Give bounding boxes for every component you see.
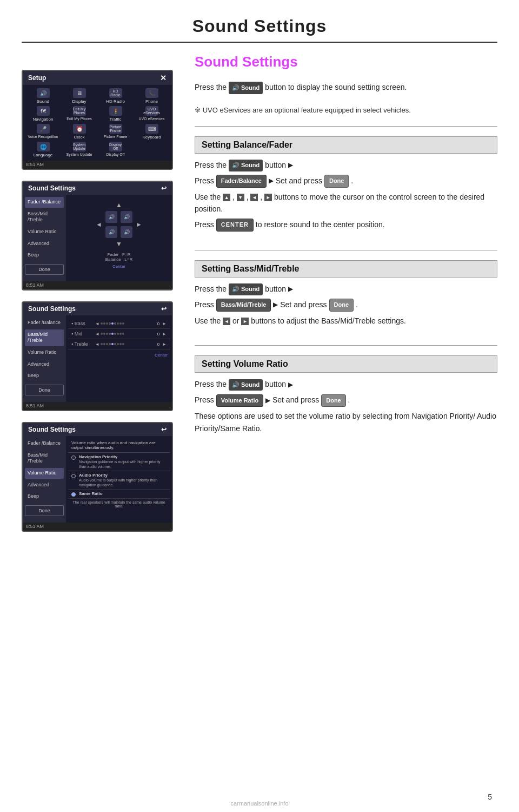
arrow-down-fader: ▼ (237, 194, 244, 201)
divider-3 (195, 345, 497, 346)
setup-icon-navigation[interactable]: 🗺 Navigation (26, 106, 60, 122)
divider-1 (195, 126, 497, 127)
screen-time-1: 8:51 AM (23, 161, 172, 169)
sidebar-volratio[interactable]: Volume Ratio (25, 227, 64, 237)
section-balance-fader: Setting Balance/Fader Press the 🔊 Sound … (195, 131, 497, 235)
sidebar-advanced[interactable]: Advanced (25, 239, 64, 249)
intro-text-1: Press the (195, 83, 227, 91)
screen-titlebar-bmt: Sound Settings ↩ (23, 302, 172, 315)
sidebar-fader-balance[interactable]: Fader /Balance (25, 197, 64, 208)
sidebar-bmt-screen: Fader /Balance Bass/Mid /Treble Volume R… (23, 315, 66, 402)
section-bmt: Setting Bass/Mid/Treble Press the 🔊 Soun… (195, 255, 497, 331)
setup-icon-keyboard[interactable]: ⌨ Keyboard (135, 124, 169, 140)
screen-body-bmt: Fader /Balance Bass/Mid /Treble Volume R… (23, 315, 172, 402)
sidebar-done[interactable]: Done (25, 264, 64, 275)
back-icon-bmt[interactable]: ↩ (161, 305, 167, 313)
setup-icon-empty (135, 142, 169, 157)
screen-body-vol: Fader /Balance Bass/Mid /Treble Volume R… (23, 436, 172, 523)
fader-balance-btn: Fader/Balance (216, 175, 267, 188)
intro-text-2: button to display the sound setting scre… (265, 83, 407, 91)
sidebar-beep-2[interactable]: Beep (25, 371, 64, 381)
subsection-header-bmt: Setting Bass/Mid/Treble (195, 260, 497, 278)
setup-icon-myplaces[interactable]: Edit My Places Edit My Places (62, 106, 96, 122)
setup-icon-displayoff[interactable]: Display Off Display Off (98, 142, 132, 157)
screen-time-4: 8:51 AM (23, 523, 172, 531)
screen-titlebar-fader: Sound Settings ↩ (23, 182, 172, 195)
subsection-header-fader: Setting Balance/Fader (195, 136, 497, 154)
fader-step3: Use the ▲ , ▼ , ◄ , ► buttons to move th… (195, 191, 497, 215)
close-icon[interactable]: ✕ (160, 74, 167, 82)
sidebar-beep[interactable]: Beep (25, 250, 64, 261)
page-header: Sound Settings (22, 0, 497, 43)
bmt-step2: Press Bass/Mid/Treble ▶ Set and press Do… (195, 299, 497, 312)
screen-titlebar-setup: Setup ✕ (23, 71, 172, 85)
section-main-title: Sound Settings (195, 54, 497, 70)
screen-titlebar-vol: Sound Settings ↩ (23, 423, 172, 436)
sidebar-fader-3[interactable]: Fader /Balance (25, 438, 64, 449)
fader-step4: Press CENTER to restore sound to the cen… (195, 219, 497, 232)
note-text: ※ UVO eServices are an optional feature … (195, 105, 497, 116)
arrow-vol-2: ▶ (265, 395, 270, 406)
sound-badge-bmt: 🔊 Sound (229, 283, 263, 295)
back-icon-fader[interactable]: ↩ (161, 184, 167, 192)
subsection-title-vol: Setting Volume Ratio (202, 359, 288, 368)
sidebar-fader: Fader /Balance Bass/Mid /Treble Volume R… (23, 195, 66, 281)
arrow-up-fader: ▲ (223, 194, 230, 201)
sidebar-bmt-3[interactable]: Bass/Mid /Treble (25, 450, 64, 467)
divider-2 (195, 250, 497, 250)
bmt-step3: Use the ◄ or ► buttons to adjust the Bas… (195, 315, 497, 327)
vol-ratio-btn: Volume Ratio (216, 394, 263, 407)
vol-step1: Press the 🔊 Sound button ▶ (195, 378, 497, 391)
back-icon-vol[interactable]: ↩ (161, 426, 167, 433)
setup-icon-display[interactable]: 🖥 Display (62, 88, 96, 104)
arrow-fader-2: ▶ (269, 176, 274, 186)
section-vol-ratio: Setting Volume Ratio Press the 🔊 Sound b… (195, 350, 497, 438)
arrow-left-fader: ◄ (250, 194, 258, 201)
same-ratio-radio[interactable] (71, 492, 76, 497)
speaker-icon-vol: 🔊 (232, 380, 239, 390)
sound-badge-label: Sound (241, 83, 260, 93)
nav-priority-desc: Navigation guidance is output with highe… (79, 459, 167, 469)
fader-main: ▲ ◄ 🔊 🔊 🔊 🔊 ► ▼ (66, 195, 172, 281)
watermark: carmanualsonline.info (0, 800, 519, 807)
audio-priority-desc: Audio volume is output with higher prior… (79, 478, 167, 487)
setup-icon-phone[interactable]: 📞 Phone (135, 88, 169, 104)
audio-priority-radio[interactable] (71, 474, 76, 478)
sidebar-volratio-3[interactable]: Volume Ratio (25, 468, 64, 479)
setup-icon-picture[interactable]: Picture Frame Picture Frame (98, 124, 132, 140)
sidebar-bmt[interactable]: Bass/Mid /Treble (25, 209, 64, 226)
setup-icon-voice[interactable]: 🎤 Voice Recognition (26, 124, 60, 140)
sidebar-done-2[interactable]: Done (25, 385, 64, 395)
sidebar-fader-2[interactable]: Fader /Balance (25, 318, 64, 328)
arrow-fader-1: ▶ (288, 160, 293, 170)
bmt-step1: Press the 🔊 Sound button ▶ (195, 283, 497, 295)
nav-priority-radio[interactable] (71, 455, 76, 460)
setup-icon-clock[interactable]: ⏰ Clock (62, 124, 96, 140)
subsection-title-fader: Setting Balance/Fader (202, 140, 292, 149)
setup-icon-language[interactable]: 🌐 Language (26, 142, 60, 157)
treble-row: ▪ Treble ◄ 0 ► (68, 339, 170, 349)
setup-icon-systemupdate[interactable]: System Update System Update (62, 142, 96, 157)
audio-priority-label: Audio Priority (79, 473, 167, 478)
sound-badge-vol: 🔊 Sound (229, 379, 263, 391)
sidebar-advanced-3[interactable]: Advanced (25, 480, 64, 491)
arrow-vol-1: ▶ (288, 380, 293, 390)
sidebar-bmt-2[interactable]: Bass/Mid /Treble (25, 329, 64, 346)
speaker-icon-fader: 🔊 (232, 161, 239, 170)
sidebar-done-3[interactable]: Done (25, 505, 64, 516)
screen-title-bmt: Sound Settings (28, 305, 76, 313)
main-content: Setup ✕ 🔊 Sound 🖥 Display HD Radio HD Ra… (0, 43, 519, 543)
arrow-bmt-2: ▶ (273, 300, 278, 310)
sidebar-beep-3[interactable]: Beep (25, 491, 64, 502)
sidebar-advanced-2[interactable]: Advanced (25, 359, 64, 370)
setup-icon-sound[interactable]: 🔊 Sound (26, 88, 60, 104)
setup-icon-uvo[interactable]: UVO eServices UVO eServices (135, 106, 169, 122)
screen-bmt: Sound Settings ↩ Fader /Balance Bass/Mid… (22, 301, 173, 411)
vol-step2: Press Volume Ratio ▶ Set and press Done … (195, 394, 497, 407)
mid-row: ▪ Mid ◄ 0 ► (68, 329, 170, 339)
sidebar-volratio-2[interactable]: Volume Ratio (25, 347, 64, 358)
vol-ratio-description: Volume ratio when audio and navigation a… (68, 438, 170, 453)
setup-icon-hdradio[interactable]: HD Radio HD Radio (98, 88, 132, 104)
setup-grid: 🔊 Sound 🖥 Display HD Radio HD Radio 📞 Ph… (23, 85, 172, 161)
setup-icon-traffic[interactable]: 🚦 Traffic (98, 106, 132, 122)
